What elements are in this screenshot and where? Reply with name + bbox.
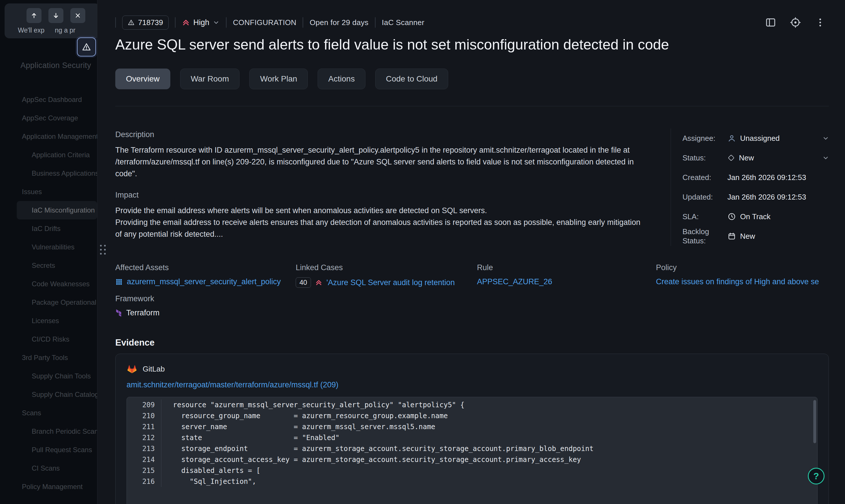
warning-triangle-icon [82,42,91,52]
impact-section: Impact Provide the email address where a… [115,191,646,240]
evidence-file-link[interactable]: amit.schnitzer/terragoat/master/terrafor… [126,380,817,389]
description-heading: Description [115,130,646,139]
policy-link[interactable]: Create issues on findings of High and ab… [656,277,819,286]
code-line-text: server_name = azurerm_mssql_server.mssql… [161,423,435,431]
code-line-number: 209 [127,399,161,410]
severity-high-icon [315,279,322,286]
assignee-value-group[interactable]: Unassigned [727,134,829,143]
code-line-number: 215 [127,465,161,476]
linked-case-link[interactable]: 'Azure SQL Server audit log retention [327,278,455,287]
chevron-down-icon [822,135,829,142]
tab-label: Work Plan [260,74,297,84]
code-line-number: 214 [127,454,161,465]
code-line-number: 210 [127,410,161,421]
more-menu-button[interactable] [814,17,826,28]
tour-prev-button[interactable] [27,8,41,23]
code-line: 215 disabled_alerts = [ [127,465,817,476]
rule-link[interactable]: APPSEC_AZURE_26 [477,277,552,286]
tour-text-fragment: We'll exp [18,26,45,34]
divider [375,17,375,28]
severity-selector[interactable]: High [182,18,220,27]
code-line-number: 213 [127,443,161,454]
created-value: Jan 26th 2026 09:12:53 [727,173,806,182]
category-label: CONFIGURATION [233,18,296,27]
code-line: 211 server_name = azurerm_mssql_server.m… [127,421,817,432]
tab-label: Actions [328,74,355,84]
code-line-number: 216 [127,476,161,487]
affected-assets-heading: Affected Assets [115,263,296,272]
sla-value: On Track [740,212,770,221]
assignee-dropdown[interactable] [822,135,829,142]
updated-label: Updated: [683,192,727,202]
status-diamond-icon [727,154,735,162]
tab-label: War Room [191,74,229,84]
code-line-text: disabled_alerts = [ [161,467,260,475]
code-line-text: storage_endpoint = azurerm_storage_accou… [161,445,593,453]
code-lines: 209 resource "azurerm_mssql_server_secur… [127,399,817,487]
affected-asset-link[interactable]: azurerm_mssql_server_security_alert_poli… [127,277,281,286]
chevron-down-icon [822,155,829,161]
panel-toggle-button[interactable] [765,17,776,28]
issue-id-badge[interactable]: 718739 [122,16,169,30]
code-line: 213 storage_endpoint = azurerm_storage_a… [127,443,817,454]
arrow-down-icon [52,12,60,19]
description-text: The Terraform resource with ID azurerm_m… [115,144,646,180]
backlog-status-row: Backlog Status: New [683,227,829,246]
divider [303,17,303,28]
page-title: Azure SQL server send alerts to field va… [115,36,669,53]
tab[interactable]: Overview [115,69,170,89]
tab[interactable]: Work Plan [249,69,308,89]
created-label: Created: [683,173,727,182]
code-line: 210 resource_group_name = azurerm_resour… [127,410,817,421]
status-label: Status: [683,153,727,162]
code-line-text: state = "Enabled" [161,434,339,442]
panel-toggle-icon [765,17,776,28]
help-button[interactable]: ? [808,468,825,484]
user-icon [727,134,736,143]
sla-label: SLA: [683,212,727,221]
code-line-text: resource_group_name = azurerm_resource_g… [161,412,448,420]
divider [175,17,176,28]
tour-popup: We'll expng a pr [5,3,98,38]
sidebar-dim-overlay [0,0,97,504]
affected-assets-section: Affected Assets azurerm_mssql_server_sec… [115,263,296,288]
code-line: 212 state = "Enabled" [127,432,817,443]
scan-button[interactable] [790,17,801,28]
status-row: Status: New [683,148,829,168]
code-line: 216 "Sql_Injection", [127,476,817,487]
severity-label: High [193,18,210,27]
panel-resize-handle[interactable] [100,245,106,255]
tab[interactable]: Actions [318,69,366,89]
scan-target-icon [790,17,801,28]
evidence-card: GitLab amit.schnitzer/terragoat/master/t… [115,354,829,504]
status-value-group[interactable]: New [727,154,829,162]
tour-close-button[interactable] [70,8,85,23]
linked-cases-count: 40 [296,277,311,288]
impact-line: Provide the email address where alerts w… [115,205,646,217]
kebab-menu-icon [814,17,826,28]
sidebar: Application Security AppSec DashboardApp… [0,0,98,504]
code-line-text: "Sql_Injection", [161,478,256,486]
tab[interactable]: War Room [180,69,240,89]
clock-icon [727,212,736,221]
linked-cases-heading: Linked Cases [296,263,477,272]
sla-row: SLA: On Track [683,207,829,227]
tour-next-button[interactable] [49,8,64,23]
tab[interactable]: Code to Cloud [375,69,448,89]
evidence-provider-row: GitLab [126,364,817,374]
tab-label: Overview [126,74,160,84]
warning-triangle-icon [128,19,135,26]
backlog-status-label: Backlog Status: [683,227,727,245]
policy-heading: Policy [656,263,829,272]
terraform-icon [115,309,122,317]
status-value: New [739,154,754,162]
tour-controls [27,8,96,23]
tour-text-fragment: ng a pr [55,26,75,34]
alert-fab-button[interactable] [77,37,96,56]
assignee-value: Unassigned [740,134,779,143]
code-scrollbar[interactable] [813,400,816,443]
status-dropdown[interactable] [822,155,829,161]
evidence-heading: Evidence [115,338,155,348]
tour-text: We'll expng a pr [18,26,96,34]
issue-topbar: 718739 High CONFIGURATION Open for 29 da… [115,12,424,33]
